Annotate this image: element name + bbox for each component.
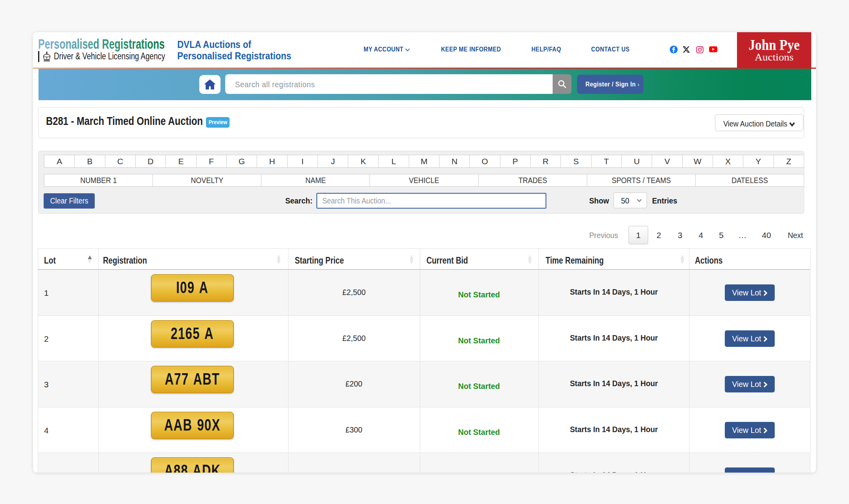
svg-text:Personalised Registrations: Personalised Registrations [38,36,165,51]
svg-text:Driver & Vehicle Licensing Age: Driver & Vehicle Licensing Agency [54,51,165,61]
svg-text:Personalised Registrations: Personalised Registrations [177,50,291,61]
svg-text:DVLA Auctions of: DVLA Auctions of [177,39,252,50]
svg-text:John Pye: John Pye [749,37,800,53]
svg-text:Auctions: Auctions [755,52,794,62]
